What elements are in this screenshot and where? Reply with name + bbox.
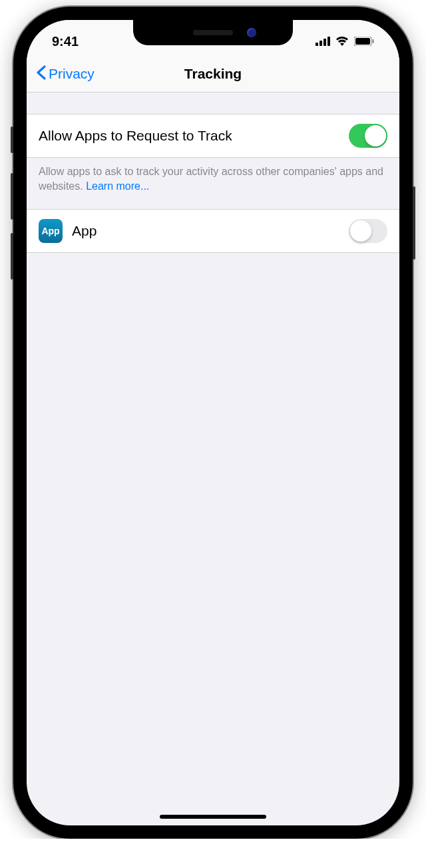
svg-rect-1 xyxy=(320,41,322,46)
back-button[interactable]: Privacy xyxy=(36,65,95,83)
cellular-signal-icon xyxy=(316,34,330,49)
volume-down-button xyxy=(11,233,13,280)
svg-rect-2 xyxy=(323,39,326,46)
allow-tracking-toggle[interactable] xyxy=(349,124,387,148)
back-label: Privacy xyxy=(49,66,95,82)
toggle-knob xyxy=(365,125,386,146)
svg-rect-5 xyxy=(355,38,370,45)
home-indicator[interactable] xyxy=(160,815,266,819)
front-camera xyxy=(247,28,256,37)
status-time: 9:41 xyxy=(52,34,79,49)
toggle-knob xyxy=(350,220,371,242)
app-label: App xyxy=(72,223,349,239)
allow-tracking-row: Allow Apps to Request to Track xyxy=(27,114,399,158)
svg-rect-6 xyxy=(373,39,374,43)
learn-more-link[interactable]: Learn more... xyxy=(86,180,149,192)
page-title: Tracking xyxy=(184,66,242,82)
wifi-icon xyxy=(335,34,349,49)
power-button xyxy=(413,186,415,260)
svg-rect-3 xyxy=(327,37,330,46)
svg-rect-0 xyxy=(316,43,318,46)
app-icon: App xyxy=(39,219,63,243)
allow-tracking-footer: Allow apps to ask to track your activity… xyxy=(27,158,399,209)
chevron-left-icon xyxy=(36,65,46,83)
speaker-grille xyxy=(193,30,233,35)
volume-up-button xyxy=(11,173,13,220)
phone-frame: 9:41 Privacy Tracking xyxy=(13,7,413,839)
silence-switch xyxy=(11,126,13,153)
notch xyxy=(133,20,293,45)
screen: 9:41 Privacy Tracking xyxy=(27,20,399,825)
navigation-bar: Privacy Tracking xyxy=(27,56,399,93)
content-area: Allow Apps to Request to Track Allow app… xyxy=(27,93,399,253)
battery-icon xyxy=(354,34,374,49)
app-tracking-toggle[interactable] xyxy=(349,219,387,243)
app-row: App App xyxy=(27,209,399,253)
allow-tracking-label: Allow Apps to Request to Track xyxy=(39,128,349,144)
